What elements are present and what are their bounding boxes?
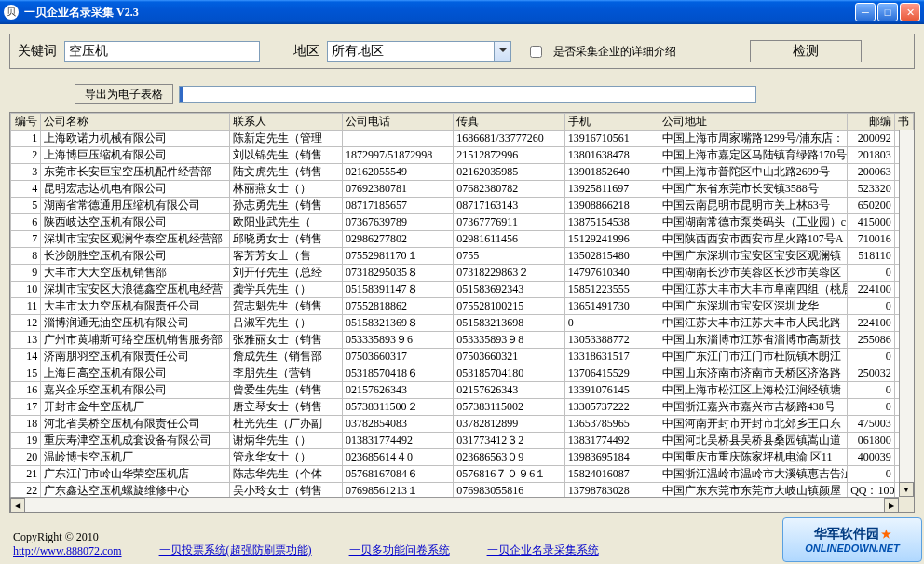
table-cell: 中国山东济南市济南市天桥区济洛路 xyxy=(659,365,847,382)
table-row[interactable]: 15上海日高空压机有限公司李朋先生（营销05318570418６05318570… xyxy=(11,365,914,382)
table-cell: 湖南省常德通用压缩机有限公司 xyxy=(41,198,229,214)
table-cell: 08717185657 xyxy=(343,198,454,214)
table-cell: 张雅丽女士（销售 xyxy=(229,332,342,349)
table-cell: 13801638478 xyxy=(564,147,659,164)
table-cell: 长沙朗胜空压机有限公司 xyxy=(41,248,229,265)
table-cell: 陕西岐达空压机有限公司 xyxy=(41,214,229,231)
table-row[interactable]: 4昆明宏志达机电有限公司林丽燕女士（）076923807810768238078… xyxy=(11,181,914,198)
table-cell: 中国上海市普陀区中山北路2699号 xyxy=(659,164,847,181)
table-cell: 中国广东深圳市宝安区宝安区观澜镇 xyxy=(659,248,847,265)
scroll-right-button[interactable]: ▶ xyxy=(884,498,899,513)
table-row[interactable]: 9大丰市大大空压机销售部刘开仔先生（总经07318295035８07318229… xyxy=(11,265,914,282)
table-row[interactable]: 11大丰市太力空压机有限责任公司贺志魁先生（销售0755281886207552… xyxy=(11,298,914,315)
table-cell: 02157626343 xyxy=(454,382,564,399)
table-cell: 中国湖南长沙市芙蓉区长沙市芙蓉区 xyxy=(659,265,847,282)
column-header[interactable]: 手机 xyxy=(564,114,659,131)
table-cell: 唐立琴女士（销售 xyxy=(229,399,342,416)
scroll-left-button[interactable]: ◀ xyxy=(10,498,25,513)
column-header[interactable]: 公司名称 xyxy=(41,114,229,131)
footer-link-collect[interactable]: 一贝企业名录采集系统 xyxy=(487,543,599,558)
table-cell: 中国重庆市重庆陈家坪机电渝 区11 xyxy=(659,449,847,466)
table-row[interactable]: 7深圳市宝安区观澜华泰空压机经营部邱晓勇女士（销售029862778020298… xyxy=(11,231,914,248)
vertical-scrollbar[interactable] xyxy=(899,130,914,497)
table-cell: 13651491730 xyxy=(564,298,659,315)
table-cell: 重庆寿津空压机成套设备有限公司 xyxy=(41,433,229,449)
table-cell: 0576816７０９6１ xyxy=(454,466,564,483)
table-cell: 河北省吴桥空压机有限责任公司 xyxy=(41,416,229,433)
keyword-input[interactable] xyxy=(64,41,260,62)
table-cell: 200063 xyxy=(848,164,895,181)
table-row[interactable]: 8长沙朗胜空压机有限公司客芳芳女士（售07552981170１075513502… xyxy=(11,248,914,265)
table-cell: 07503660321 xyxy=(454,349,564,365)
table-cell: 中国上海市松江区上海松江涧经镇塘 xyxy=(659,382,847,399)
table-cell: 031773412３2 xyxy=(454,433,564,449)
table-cell: 7 xyxy=(11,231,41,248)
table-cell: 13318631517 xyxy=(564,349,659,365)
footer-link-vote[interactable]: 一贝投票系统(超强防刷票功能) xyxy=(159,543,312,558)
table-row[interactable]: 16嘉兴企乐空压机有限公司曾爱生先生（销售0215762634302157626… xyxy=(11,382,914,399)
table-row[interactable]: 6陕西岐达空压机有限公司欧阳业武先生（073676397890736777691… xyxy=(11,214,914,231)
table-cell: 吕淑军先生（） xyxy=(229,315,342,332)
table-cell: 02162055549 xyxy=(343,164,454,181)
table-row[interactable]: 21广东江门市岭山华荣空压机店陈志华先生（个体05768167084６05768… xyxy=(11,466,914,483)
table-row[interactable]: 1上海欧诺力机械有限公司陈新定先生（管理1686681/337772601391… xyxy=(11,131,914,147)
table-cell: 02157626343 xyxy=(343,382,454,399)
table-cell: 0 xyxy=(848,466,895,483)
table-cell: 刘开仔先生（总经 xyxy=(229,265,342,282)
scrollbar-track[interactable] xyxy=(25,498,884,512)
table-cell: 东莞市长安巨宝空压机配件经营部 xyxy=(41,164,229,181)
table-cell: 523320 xyxy=(848,181,895,198)
table-cell: 07367776911 xyxy=(454,214,564,231)
close-button[interactable]: ✕ xyxy=(900,3,920,21)
table-row[interactable]: 19重庆寿津空压机成套设备有限公司谢炳华先生（）0138317744920317… xyxy=(11,433,914,449)
table-cell: 3 xyxy=(11,164,41,181)
table-row[interactable]: 5湖南省常德通用压缩机有限公司孙志勇先生（销售08717185657087171… xyxy=(11,198,914,214)
table-cell: 051583213698 xyxy=(454,315,564,332)
export-button[interactable]: 导出为电子表格 xyxy=(75,84,173,104)
table-cell: 中国广东深圳市宝安区深圳龙华 xyxy=(659,298,847,315)
table-cell: 上海欧诺力机械有限公司 xyxy=(41,131,229,147)
region-input[interactable] xyxy=(327,41,495,62)
table-row[interactable]: 3东莞市长安巨宝空压机配件经营部陆文虎先生（销售0216205554902162… xyxy=(11,164,914,181)
column-header[interactable]: 编号 xyxy=(11,114,41,131)
table-cell: 02162035985 xyxy=(454,164,564,181)
table-cell: 14 xyxy=(11,349,41,365)
region-dropdown-button[interactable] xyxy=(495,41,511,62)
table-cell: 昆明宏志达机电有限公司 xyxy=(41,181,229,198)
table-cell: 013831774492 xyxy=(343,433,454,449)
table-cell: 475003 xyxy=(848,416,895,433)
column-header[interactable]: 邮编 xyxy=(848,114,895,131)
footer-link-survey[interactable]: 一贝多功能问卷系统 xyxy=(349,543,450,558)
table-cell: 075528100215 xyxy=(454,298,564,315)
table-row[interactable]: 12淄博润通无油空压机有限公司吕淑军先生（）05158321369８051583… xyxy=(11,315,914,332)
table-row[interactable]: 20温岭博卡空压机厂管永华女士（）023685614４0023686563０91… xyxy=(11,449,914,466)
scroll-down-button[interactable]: ▼ xyxy=(899,482,914,497)
table-row[interactable]: 18河北省吴桥空压机有限责任公司杜光先生（厂办副0378285408303782… xyxy=(11,416,914,433)
detail-checkbox[interactable] xyxy=(530,46,542,58)
maximize-button[interactable]: □ xyxy=(877,3,898,21)
table-cell: 13875154538 xyxy=(564,214,659,231)
table-row[interactable]: 10深圳市宝安区大浪德鑫空压机电经营龚学兵先生（）05158391147８051… xyxy=(11,282,914,298)
column-header[interactable]: 公司电话 xyxy=(343,114,454,131)
table-cell: 05158321369８ xyxy=(343,315,454,332)
table-row[interactable]: 13广州市黄埔斯可络空压机销售服务部张雅丽女士（销售053335893９6053… xyxy=(11,332,914,349)
column-header[interactable]: 传真 xyxy=(454,114,564,131)
column-header[interactable]: 联系人 xyxy=(229,114,342,131)
minimize-button[interactable]: ─ xyxy=(855,3,876,21)
column-header[interactable]: 书 xyxy=(894,114,913,131)
table-cell: 欧阳业武先生（ xyxy=(229,214,342,231)
table-cell: 0755 xyxy=(454,248,564,265)
table-cell: 15 xyxy=(11,365,41,382)
search-toolbar: 关键词 地区 是否采集企业的详细介绍 检测 xyxy=(9,34,915,69)
table-row[interactable]: 14济南朋羽空压机有限责任公司詹成先生（销售部07503660317075036… xyxy=(11,349,914,365)
table-cell: 淄博润通无油空压机有限公司 xyxy=(41,315,229,332)
table-row[interactable]: 17开封市金牛空压机厂唐立琴女士（销售05738311500２057383115… xyxy=(11,399,914,416)
table-cell: 19 xyxy=(11,433,41,449)
table-cell: 孙志勇先生（销售 xyxy=(229,198,342,214)
column-header[interactable]: 公司地址 xyxy=(659,114,847,131)
table-cell: 13653785965 xyxy=(564,416,659,433)
detect-button[interactable]: 检测 xyxy=(750,40,862,62)
website-link[interactable]: http://www.888072.com xyxy=(13,544,122,558)
table-cell: 061800 xyxy=(848,433,895,449)
table-row[interactable]: 2上海博巨压缩机有限公司刘以锦先生（销售1872997/518729982151… xyxy=(11,147,914,164)
